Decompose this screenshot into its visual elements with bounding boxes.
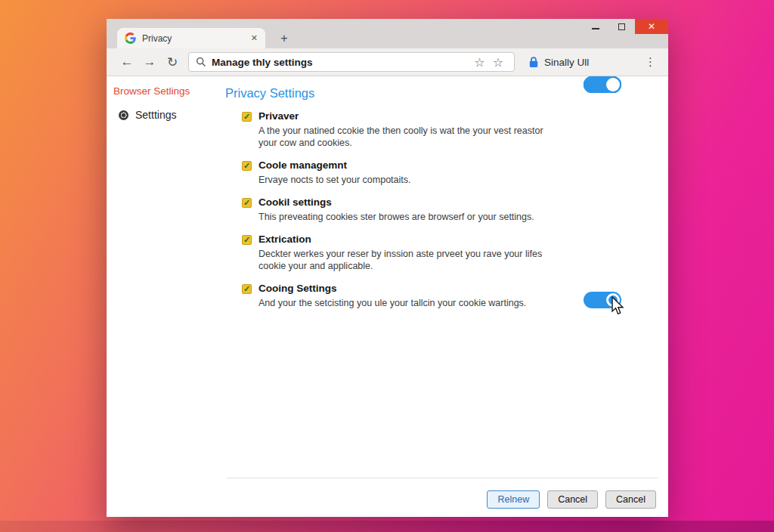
minimize-icon [592,28,599,29]
forward-icon[interactable]: → [138,54,161,70]
footer-divider [227,478,658,478]
setting-title: Extrication [259,234,557,245]
toggle-cooing-settings[interactable] [584,76,621,93]
tab-privacy[interactable]: Privacy ✕ [117,28,265,48]
page-content: Browser Setlings Setttings Privacy Setti… [107,76,668,517]
close-button[interactable]: ✕ [635,19,668,34]
sidebar-item-label: Setttings [135,109,176,121]
browser-window: Privacy ✕ + ✕ ← → ↻ ☆ ☆ Sinal [107,19,668,517]
site-identity-label: Sinally Ull [544,57,589,68]
maximize-icon [618,23,625,30]
setting-row-privaver: ✓ Privaver A the your natined ccokie the… [242,110,559,149]
setting-title: Cookil settings [259,196,534,208]
relnew-button[interactable]: Relnew [487,490,540,509]
checkbox-checked-icon[interactable]: ✓ [242,284,252,294]
setting-description: Deckter werkes your reser by inssion ast… [259,248,557,272]
browser-menu-icon[interactable]: ⋮ [642,55,659,69]
toggle-knob [606,78,620,91]
setting-title: Cooing Settings [259,283,526,294]
maximize-button[interactable] [608,19,635,34]
back-icon[interactable]: ← [116,54,138,70]
cancel-button[interactable]: Cancel [547,490,598,509]
setting-description: And your the setcisting you ule your tal… [259,297,526,309]
setting-row-cookil-settings: ✓ Cookil settings This preveating cookie… [242,196,559,223]
minimize-button[interactable] [582,19,608,34]
star-icon[interactable]: ☆ [470,55,488,70]
setting-row-cooing-settings: ✓ Cooing Settings And your the setcistin… [242,283,559,309]
google-g-icon [125,32,136,44]
address-input[interactable] [212,57,470,68]
checkbox-checked-icon[interactable]: ✓ [242,161,252,171]
radio-bullet-icon [119,110,128,120]
reload-icon[interactable]: ↻ [161,54,184,70]
checkbox-checked-icon[interactable]: ✓ [242,112,252,122]
bookmark-star-icon[interactable]: ☆ [489,55,507,70]
setting-row-coole-managemnt: ✓ Coole managemnt Ervaye nocts to set yo… [242,159,559,186]
tab-title: Privacy [142,33,249,44]
sidebar-item-settings[interactable]: Setttings [119,109,176,121]
setting-title: Coole managemnt [259,159,410,171]
sidebar-section-browser-settings[interactable]: Browser Setlings [113,85,190,97]
setting-description: Ervaye nocts to set your compotaits. [259,174,410,186]
address-bar[interactable]: ☆ ☆ [188,52,515,72]
new-tab-button[interactable]: + [276,32,293,45]
site-identity[interactable]: Sinally Ull [528,57,589,68]
browser-toolbar: ← → ↻ ☆ ☆ Sinally Ull ⋮ [107,48,668,76]
lock-icon [528,57,539,68]
settings-list: ✓ Privaver A the your natined ccokie the… [242,110,559,320]
setting-title: Privaver [259,110,557,122]
checkbox-checked-icon[interactable]: ✓ [242,235,252,245]
checkbox-checked-icon[interactable]: ✓ [242,198,252,208]
mouse-cursor-icon [611,296,625,316]
setting-row-extrication: ✓ Extrication Deckter werkes your reser … [242,234,559,272]
tab-close-icon[interactable]: ✕ [249,33,259,43]
screen-bottom-band [0,521,774,532]
setting-description: This preveating cookies ster browes are … [259,211,534,223]
search-icon [196,57,206,67]
page-title: Privacy Settings [225,86,314,101]
footer-buttons: Relnew Cancel Cancel [479,490,656,509]
setting-description: A the your natined ccokie the then cooll… [259,125,557,149]
titlebar: Privacy ✕ + ✕ [107,19,668,48]
cancel-button-2[interactable]: Cancel [605,490,656,509]
